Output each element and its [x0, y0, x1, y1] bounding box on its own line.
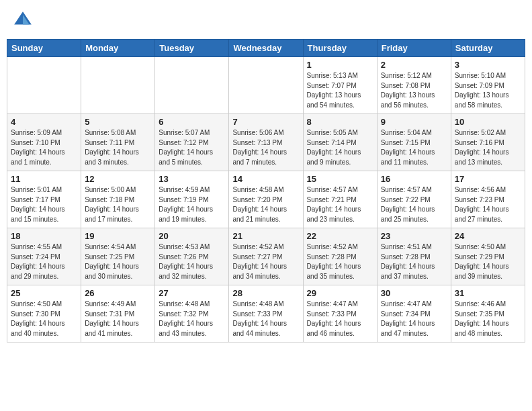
day-number: 19: [85, 231, 151, 241]
calendar-week-3: 11Sunrise: 5:01 AM Sunset: 7:17 PM Dayli…: [7, 171, 525, 228]
page-header: [7, 7, 525, 34]
day-header-monday: Monday: [81, 40, 155, 57]
day-info: Sunrise: 4:58 AM Sunset: 7:20 PM Dayligh…: [232, 185, 299, 224]
day-number: 10: [455, 117, 521, 127]
calendar-day-15: 15Sunrise: 4:57 AM Sunset: 7:21 PM Dayli…: [303, 171, 377, 228]
day-info: Sunrise: 5:00 AM Sunset: 7:18 PM Dayligh…: [85, 185, 151, 224]
calendar-day-2: 2Sunrise: 5:12 AM Sunset: 7:08 PM Daylig…: [377, 57, 451, 114]
day-number: 2: [381, 60, 447, 70]
calendar-day-13: 13Sunrise: 4:59 AM Sunset: 7:19 PM Dayli…: [155, 171, 229, 228]
calendar-header-row: SundayMondayTuesdayWednesdayThursdayFrid…: [7, 40, 525, 57]
day-info: Sunrise: 4:57 AM Sunset: 7:21 PM Dayligh…: [307, 185, 373, 224]
calendar-day-17: 17Sunrise: 4:56 AM Sunset: 7:23 PM Dayli…: [451, 171, 525, 228]
day-info: Sunrise: 5:12 AM Sunset: 7:08 PM Dayligh…: [381, 71, 447, 110]
calendar-day-18: 18Sunrise: 4:55 AM Sunset: 7:24 PM Dayli…: [7, 228, 81, 285]
day-number: 11: [11, 174, 77, 184]
calendar-day-28: 28Sunrise: 4:48 AM Sunset: 7:33 PM Dayli…: [229, 285, 303, 342]
day-number: 12: [85, 174, 151, 184]
calendar-day-25: 25Sunrise: 4:50 AM Sunset: 7:30 PM Dayli…: [7, 285, 81, 342]
day-number: 8: [307, 117, 373, 127]
calendar-day-14: 14Sunrise: 4:58 AM Sunset: 7:20 PM Dayli…: [229, 171, 303, 228]
day-number: 27: [159, 288, 225, 298]
calendar-week-5: 25Sunrise: 4:50 AM Sunset: 7:30 PM Dayli…: [7, 285, 525, 342]
calendar-day-21: 21Sunrise: 4:52 AM Sunset: 7:27 PM Dayli…: [229, 228, 303, 285]
calendar-day-6: 6Sunrise: 5:07 AM Sunset: 7:12 PM Daylig…: [155, 114, 229, 171]
day-number: 25: [11, 288, 77, 298]
calendar-day-10: 10Sunrise: 5:02 AM Sunset: 7:16 PM Dayli…: [451, 114, 525, 171]
day-number: 15: [307, 174, 373, 184]
day-number: 23: [381, 231, 447, 241]
day-number: 14: [232, 174, 299, 184]
calendar-day-29: 29Sunrise: 4:47 AM Sunset: 7:33 PM Dayli…: [303, 285, 377, 342]
day-info: Sunrise: 4:52 AM Sunset: 7:27 PM Dayligh…: [232, 242, 299, 281]
day-number: 3: [455, 60, 521, 70]
day-info: Sunrise: 4:59 AM Sunset: 7:19 PM Dayligh…: [159, 185, 225, 224]
day-header-saturday: Saturday: [451, 40, 525, 57]
day-number: 9: [381, 117, 447, 127]
day-info: Sunrise: 5:13 AM Sunset: 7:07 PM Dayligh…: [307, 71, 373, 110]
day-info: Sunrise: 4:46 AM Sunset: 7:35 PM Dayligh…: [455, 300, 521, 338]
day-info: Sunrise: 5:07 AM Sunset: 7:12 PM Dayligh…: [159, 128, 225, 167]
day-number: 22: [307, 231, 373, 241]
day-number: 7: [232, 117, 299, 127]
day-number: 31: [455, 288, 521, 298]
calendar-day-19: 19Sunrise: 4:54 AM Sunset: 7:25 PM Dayli…: [81, 228, 155, 285]
day-number: 13: [159, 174, 225, 184]
day-info: Sunrise: 4:48 AM Sunset: 7:33 PM Dayligh…: [232, 300, 299, 338]
day-info: Sunrise: 4:50 AM Sunset: 7:30 PM Dayligh…: [11, 300, 77, 338]
calendar-day-31: 31Sunrise: 4:46 AM Sunset: 7:35 PM Dayli…: [451, 285, 525, 342]
day-header-friday: Friday: [377, 40, 451, 57]
day-header-thursday: Thursday: [303, 40, 377, 57]
day-number: 16: [381, 174, 447, 184]
day-info: Sunrise: 5:01 AM Sunset: 7:17 PM Dayligh…: [11, 185, 77, 224]
calendar-day-26: 26Sunrise: 4:49 AM Sunset: 7:31 PM Dayli…: [81, 285, 155, 342]
day-info: Sunrise: 4:49 AM Sunset: 7:31 PM Dayligh…: [85, 300, 151, 338]
day-header-wednesday: Wednesday: [229, 40, 303, 57]
calendar-day-9: 9Sunrise: 5:04 AM Sunset: 7:15 PM Daylig…: [377, 114, 451, 171]
day-number: 20: [159, 231, 225, 241]
day-info: Sunrise: 4:48 AM Sunset: 7:32 PM Dayligh…: [159, 300, 225, 338]
calendar-day-1: 1Sunrise: 5:13 AM Sunset: 7:07 PM Daylig…: [303, 57, 377, 114]
day-info: Sunrise: 5:08 AM Sunset: 7:11 PM Dayligh…: [85, 128, 151, 167]
calendar-day-8: 8Sunrise: 5:05 AM Sunset: 7:14 PM Daylig…: [303, 114, 377, 171]
day-info: Sunrise: 5:06 AM Sunset: 7:13 PM Dayligh…: [232, 128, 299, 167]
day-number: 17: [455, 174, 521, 184]
day-number: 6: [159, 117, 225, 127]
day-info: Sunrise: 4:50 AM Sunset: 7:29 PM Dayligh…: [455, 242, 521, 281]
day-info: Sunrise: 4:54 AM Sunset: 7:25 PM Dayligh…: [85, 242, 151, 281]
calendar-table: SundayMondayTuesdayWednesdayThursdayFrid…: [7, 39, 525, 342]
empty-cell: [229, 57, 303, 114]
day-info: Sunrise: 5:09 AM Sunset: 7:10 PM Dayligh…: [11, 128, 77, 167]
calendar-week-4: 18Sunrise: 4:55 AM Sunset: 7:24 PM Dayli…: [7, 228, 525, 285]
day-header-tuesday: Tuesday: [155, 40, 229, 57]
calendar-day-5: 5Sunrise: 5:08 AM Sunset: 7:11 PM Daylig…: [81, 114, 155, 171]
calendar-day-27: 27Sunrise: 4:48 AM Sunset: 7:32 PM Dayli…: [155, 285, 229, 342]
day-number: 5: [85, 117, 151, 127]
logo-icon: [12, 9, 34, 31]
day-info: Sunrise: 5:04 AM Sunset: 7:15 PM Dayligh…: [381, 128, 447, 167]
day-number: 21: [232, 231, 299, 241]
day-info: Sunrise: 4:53 AM Sunset: 7:26 PM Dayligh…: [159, 242, 225, 281]
day-header-sunday: Sunday: [7, 40, 81, 57]
day-number: 26: [85, 288, 151, 298]
calendar-day-3: 3Sunrise: 5:10 AM Sunset: 7:09 PM Daylig…: [451, 57, 525, 114]
day-info: Sunrise: 5:05 AM Sunset: 7:14 PM Dayligh…: [307, 128, 373, 167]
calendar-day-12: 12Sunrise: 5:00 AM Sunset: 7:18 PM Dayli…: [81, 171, 155, 228]
calendar-day-11: 11Sunrise: 5:01 AM Sunset: 7:17 PM Dayli…: [7, 171, 81, 228]
calendar-day-30: 30Sunrise: 4:47 AM Sunset: 7:34 PM Dayli…: [377, 285, 451, 342]
day-info: Sunrise: 4:47 AM Sunset: 7:34 PM Dayligh…: [381, 300, 447, 338]
calendar-day-24: 24Sunrise: 4:50 AM Sunset: 7:29 PM Dayli…: [451, 228, 525, 285]
day-number: 18: [11, 231, 77, 241]
day-number: 24: [455, 231, 521, 241]
empty-cell: [7, 57, 81, 114]
day-info: Sunrise: 4:56 AM Sunset: 7:23 PM Dayligh…: [455, 185, 521, 224]
calendar-day-4: 4Sunrise: 5:09 AM Sunset: 7:10 PM Daylig…: [7, 114, 81, 171]
day-number: 28: [232, 288, 299, 298]
calendar-week-1: 1Sunrise: 5:13 AM Sunset: 7:07 PM Daylig…: [7, 57, 525, 114]
day-info: Sunrise: 4:52 AM Sunset: 7:28 PM Dayligh…: [307, 242, 373, 281]
day-number: 30: [381, 288, 447, 298]
logo: [12, 9, 36, 31]
day-info: Sunrise: 4:51 AM Sunset: 7:28 PM Dayligh…: [381, 242, 447, 281]
calendar-week-2: 4Sunrise: 5:09 AM Sunset: 7:10 PM Daylig…: [7, 114, 525, 171]
day-number: 4: [11, 117, 77, 127]
